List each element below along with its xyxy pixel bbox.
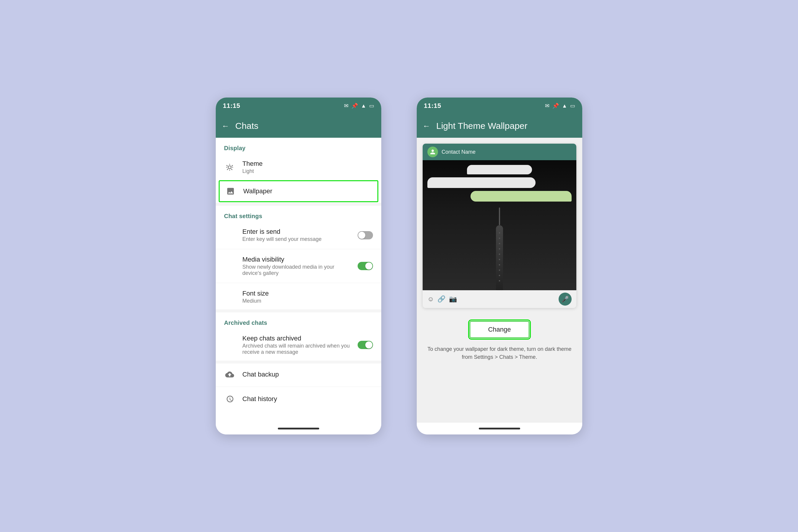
- font-size-subtitle: Medium: [242, 298, 373, 304]
- cloud-icon: [224, 369, 235, 380]
- page-title-right: Light Theme Wallpaper: [436, 121, 528, 131]
- back-button-left[interactable]: ←: [222, 121, 229, 131]
- change-button[interactable]: Change: [470, 321, 529, 338]
- battery-icon: ▭: [369, 102, 374, 109]
- theme-title: Theme: [242, 160, 373, 168]
- page-title-left: Chats: [235, 121, 258, 131]
- chat-input-bar: ☺ 🔗 📷 🎤: [423, 290, 576, 308]
- chat-backup-title: Chat backup: [242, 370, 373, 378]
- keep-archived-toggle[interactable]: [358, 341, 373, 349]
- status-bar-left: 11:15 ✉ 📌 ▲ ▭: [216, 97, 381, 114]
- theme-text: Theme Light: [242, 160, 373, 174]
- left-phone: 11:15 ✉ 📌 ▲ ▭ ← Chats Display Theme Ligh…: [216, 97, 381, 435]
- bubble-received-short: [467, 165, 532, 174]
- tower-illustration: [496, 225, 503, 290]
- message-bubbles: [423, 165, 576, 202]
- enter-send-text: Enter is send Enter key will send your m…: [242, 228, 350, 242]
- keep-archived-text: Keep chats archived Archived chats will …: [242, 335, 350, 355]
- status-icons-right: ✉ 📌 ▲ ▭: [545, 102, 575, 109]
- enter-send-title: Enter is send: [242, 228, 350, 235]
- mic-icon: 🎤: [562, 296, 569, 303]
- status-time-left: 11:15: [223, 102, 240, 110]
- enter-send-icon-placeholder: [224, 230, 235, 241]
- settings-list: Display Theme Light Wallpaper Chat setti…: [216, 138, 381, 423]
- bubble-received-1: [428, 177, 535, 188]
- settings-item-chat-backup[interactable]: Chat backup: [216, 363, 381, 385]
- battery-icon-right: ▭: [570, 102, 575, 109]
- gmail-icon: ✉: [344, 102, 348, 109]
- wallpaper-screen: Contact Name ☺: [417, 138, 582, 423]
- keep-archived-icon-placeholder: [224, 339, 235, 350]
- wallpaper-note: To change your wallpaper for dark theme,…: [417, 345, 582, 367]
- bottom-bar-left: [216, 423, 381, 435]
- emoji-icon: ☺: [428, 295, 434, 303]
- wifi-icon-right: ▲: [562, 103, 567, 109]
- status-time-right: 11:15: [424, 102, 441, 110]
- pin-icon-right: 📌: [552, 102, 559, 109]
- media-visibility-text: Media visibility Show newly downloaded m…: [242, 256, 350, 276]
- chat-history-title: Chat history: [242, 395, 373, 403]
- settings-item-font-size[interactable]: Font size Medium: [216, 284, 381, 309]
- media-visibility-icon-placeholder: [224, 260, 235, 272]
- font-size-icon-placeholder: [224, 291, 235, 303]
- media-visibility-subtitle: Show newly downloaded media in your devi…: [242, 264, 350, 276]
- back-button-right[interactable]: ←: [423, 121, 430, 131]
- settings-item-theme[interactable]: Theme Light: [216, 155, 381, 180]
- attach-icon: 🔗: [437, 295, 445, 303]
- wallpaper-text: Wallpaper: [243, 187, 372, 195]
- status-icons-left: ✉ 📌 ▲ ▭: [344, 102, 374, 109]
- settings-item-wallpaper[interactable]: Wallpaper: [219, 180, 378, 202]
- chat-preview: Contact Name ☺: [423, 144, 576, 308]
- keep-archived-subtitle: Archived chats will remain archived when…: [242, 343, 350, 355]
- image-icon: [225, 186, 236, 197]
- history-icon: [224, 393, 235, 405]
- status-bar-right: 11:15 ✉ 📌 ▲ ▭: [417, 97, 582, 114]
- mic-button[interactable]: 🎤: [558, 292, 572, 306]
- bottom-bar-right: [417, 423, 582, 435]
- keep-archived-title: Keep chats archived: [242, 335, 350, 342]
- media-visibility-title: Media visibility: [242, 256, 350, 263]
- section-header-archived: Archived chats: [216, 312, 381, 329]
- enter-send-subtitle: Enter key will send your message: [242, 236, 350, 242]
- bubble-sent-1: [471, 191, 572, 202]
- settings-item-media-visibility[interactable]: Media visibility Show newly downloaded m…: [216, 250, 381, 282]
- brightness-icon: [224, 162, 235, 173]
- camera-icon: 📷: [449, 295, 457, 303]
- settings-item-chat-history[interactable]: Chat history: [216, 388, 381, 410]
- font-size-title: Font size: [242, 290, 373, 297]
- wifi-icon: ▲: [361, 103, 366, 109]
- enter-send-toggle[interactable]: [358, 231, 373, 240]
- app-bar-left: ← Chats: [216, 114, 381, 138]
- wallpaper-title: Wallpaper: [243, 187, 372, 195]
- chat-preview-header: Contact Name: [423, 144, 576, 160]
- contact-name: Contact Name: [441, 149, 476, 155]
- settings-item-keep-archived[interactable]: Keep chats archived Archived chats will …: [216, 329, 381, 361]
- contact-avatar: [428, 147, 438, 157]
- media-visibility-toggle[interactable]: [358, 262, 373, 270]
- tower-tip: [499, 208, 500, 225]
- right-phone: 11:15 ✉ 📌 ▲ ▭ ← Light Theme Wallpaper Co…: [417, 97, 582, 435]
- chat-backup-text: Chat backup: [242, 370, 373, 378]
- pin-icon: 📌: [352, 102, 358, 109]
- change-button-area: Change: [417, 314, 582, 345]
- chat-history-text: Chat history: [242, 395, 373, 403]
- section-header-chat-settings: Chat settings: [216, 206, 381, 223]
- home-indicator-right: [479, 428, 520, 430]
- theme-subtitle: Light: [242, 168, 373, 174]
- section-header-display: Display: [216, 138, 381, 155]
- settings-item-enter-send[interactable]: Enter is send Enter key will send your m…: [216, 223, 381, 248]
- app-bar-right: ← Light Theme Wallpaper: [417, 114, 582, 138]
- chat-wallpaper-body: [423, 160, 576, 290]
- font-size-text: Font size Medium: [242, 290, 373, 304]
- home-indicator-left: [278, 428, 319, 430]
- gmail-icon-right: ✉: [545, 102, 549, 109]
